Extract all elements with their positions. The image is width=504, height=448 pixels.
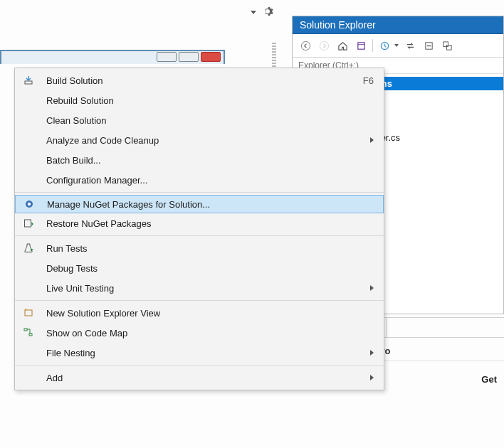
menu-new-explorer-view[interactable]: New Solution Explorer View — [15, 303, 384, 323]
menu-file-nesting[interactable]: File Nesting — [15, 343, 384, 363]
codemap-icon — [19, 327, 38, 338]
panel-toolbar — [293, 34, 503, 58]
menu-label: Show on Code Map — [38, 328, 374, 338]
menu-label: Build Solution — [38, 75, 349, 86]
menu-rebuild-solution[interactable]: Rebuild Solution — [15, 90, 384, 110]
menu-label: New Solution Explorer View — [38, 308, 374, 319]
toolbar-dropdown-caret[interactable] — [251, 11, 256, 14]
form-designer-frame — [0, 50, 225, 64]
svg-rect-2 — [357, 42, 364, 48]
maximize-icon — [179, 52, 199, 62]
menu-label: Rebuild Solution — [38, 95, 374, 106]
menu-label: Add — [38, 373, 370, 383]
nuget-icon — [20, 198, 38, 210]
show-all-files-icon[interactable] — [440, 38, 454, 53]
menu-run-tests[interactable]: Run Tests — [15, 238, 384, 258]
menu-label: Configuration Manager... — [38, 175, 374, 186]
svg-rect-11 — [25, 310, 32, 316]
new-view-icon — [19, 307, 38, 319]
close-icon — [201, 52, 221, 62]
menu-restore-nuget[interactable]: Restore NuGet Packages — [15, 213, 384, 233]
collapse-all-icon[interactable] — [421, 38, 436, 53]
svg-rect-6 — [446, 45, 451, 50]
menu-configuration-manager[interactable]: Configuration Manager... — [15, 170, 384, 190]
chevron-right-icon — [370, 137, 374, 143]
chevron-right-icon — [370, 375, 374, 380]
menu-label: File Nesting — [38, 348, 370, 358]
menu-label: Run Tests — [38, 243, 374, 254]
svg-point-9 — [28, 203, 31, 206]
menu-label: Manage NuGet Packages for Solution... — [38, 199, 373, 210]
dropdown-caret-icon[interactable] — [394, 44, 399, 47]
chevron-right-icon — [370, 350, 374, 356]
sync-icon[interactable] — [403, 38, 417, 53]
menu-analyze[interactable]: Analyze and Code Cleanup — [15, 130, 384, 150]
svg-rect-7 — [25, 81, 32, 84]
menu-label: Restore NuGet Packages — [38, 218, 374, 229]
pending-changes-icon[interactable] — [377, 38, 392, 53]
menu-build-solution[interactable]: Build Solution F6 — [15, 70, 384, 90]
minimize-icon — [157, 52, 177, 62]
forward-icon[interactable] — [317, 38, 331, 53]
svg-rect-12 — [24, 329, 27, 331]
menu-label: Debug Tests — [38, 263, 374, 274]
menu-add[interactable]: Add — [15, 368, 384, 388]
svg-rect-10 — [25, 220, 31, 227]
menu-label: Batch Build... — [38, 155, 374, 166]
panel-title: Solution Explorer — [293, 16, 503, 34]
build-icon — [19, 75, 38, 86]
menu-manage-nuget[interactable]: Manage NuGet Packages for Solution... — [15, 195, 384, 213]
menu-show-on-codemap[interactable]: Show on Code Map — [15, 323, 384, 343]
menu-label: Clean Solution — [38, 115, 374, 126]
restore-icon — [19, 218, 38, 229]
menu-debug-tests[interactable]: Debug Tests — [15, 258, 384, 278]
gear-icon[interactable] — [262, 6, 273, 19]
menu-live-unit-testing[interactable]: Live Unit Testing — [15, 278, 384, 298]
switch-view-icon[interactable] — [354, 38, 368, 53]
flask-run-icon — [19, 242, 38, 254]
solution-context-menu: Build Solution F6 Rebuild Solution Clean… — [14, 68, 384, 390]
svg-rect-5 — [443, 41, 448, 46]
svg-point-0 — [301, 41, 310, 50]
menu-clean-solution[interactable]: Clean Solution — [15, 110, 384, 130]
home-icon[interactable] — [335, 38, 350, 53]
menu-shortcut: F6 — [349, 75, 374, 86]
menu-label: Analyze and Code Cleanup — [38, 135, 370, 146]
menu-batch-build[interactable]: Batch Build... — [15, 150, 384, 170]
menu-label: Live Unit Testing — [38, 283, 370, 294]
svg-point-1 — [320, 41, 328, 50]
back-icon[interactable] — [298, 38, 313, 53]
chevron-right-icon — [370, 285, 374, 291]
